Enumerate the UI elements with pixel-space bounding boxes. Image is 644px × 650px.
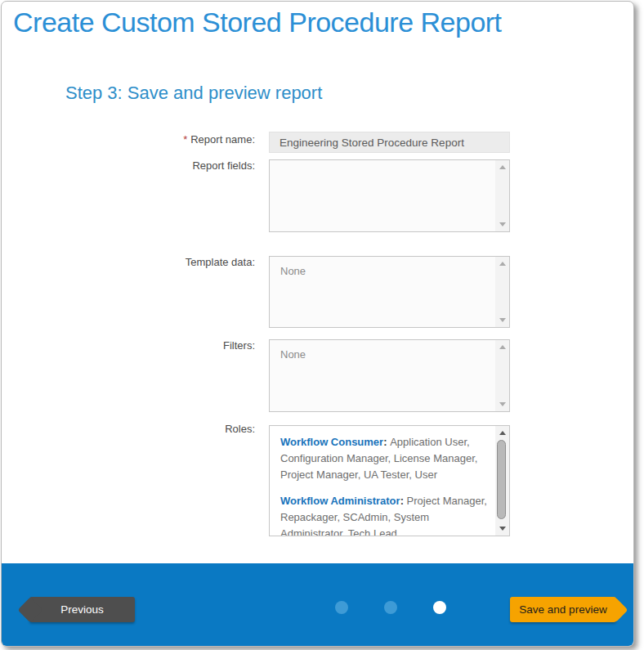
scroll-down-icon[interactable] [499, 222, 506, 226]
wizard-window: Create Custom Stored Procedure Report St… [1, 1, 634, 647]
template-data-value: None [270, 257, 495, 277]
scroll-down-icon[interactable] [499, 318, 506, 322]
report-fields-scrollbar[interactable] [495, 160, 509, 231]
step-heading: Step 3: Save and preview report [65, 83, 322, 104]
report-fields-box[interactable] [269, 159, 510, 232]
report-name-label: *Report name: [2, 133, 255, 146]
scroll-up-icon[interactable] [499, 431, 506, 435]
page-title: Create Custom Stored Procedure Report [13, 7, 502, 38]
report-fields-label: Report fields: [2, 159, 255, 172]
role-entry: Workflow Consumer: Application User, Con… [280, 434, 490, 483]
step-dot-1 [335, 601, 348, 614]
save-and-preview-button[interactable]: Save and preview [510, 597, 616, 622]
template-data-label: Template data: [2, 256, 255, 268]
previous-button[interactable]: Previous [29, 597, 135, 622]
step-dot-3-active [433, 601, 446, 614]
roles-box[interactable]: Workflow Consumer: Application User, Con… [269, 425, 510, 536]
role-entry: Workflow Administrator: Project Manager,… [280, 493, 490, 536]
role-name: Workflow Consumer [280, 436, 383, 448]
filters-label: Filters: [2, 339, 255, 352]
filters-value: None [270, 340, 495, 361]
roles-list: Workflow Consumer: Application User, Con… [270, 426, 495, 536]
role-name: Workflow Administrator [280, 495, 400, 507]
filters-scrollbar[interactable] [495, 340, 509, 411]
scroll-up-icon[interactable] [499, 345, 506, 349]
template-data-scrollbar[interactable] [495, 257, 509, 327]
filters-box[interactable]: None [269, 339, 510, 412]
scroll-up-icon[interactable] [499, 165, 506, 169]
arrow-left-icon [17, 597, 42, 622]
roles-label: Roles: [2, 423, 255, 435]
report-name-input[interactable] [269, 132, 510, 153]
scrollbar-thumb[interactable] [497, 440, 506, 519]
roles-scrollbar[interactable] [495, 426, 509, 536]
step-dot-2 [384, 601, 397, 614]
required-marker: * [183, 133, 187, 146]
step-indicator [335, 601, 446, 614]
scroll-up-icon[interactable] [499, 262, 506, 266]
wizard-footer: Previous Save and preview [2, 563, 633, 646]
scroll-down-icon[interactable] [499, 402, 506, 406]
scroll-down-icon[interactable] [499, 527, 506, 531]
template-data-box[interactable]: None [269, 256, 510, 328]
report-fields-content [270, 160, 495, 231]
